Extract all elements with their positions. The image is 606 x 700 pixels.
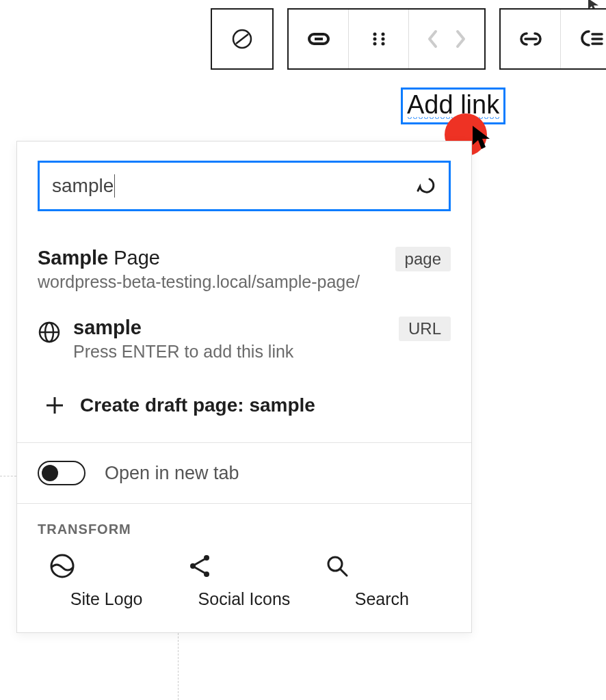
link-result[interactable]: sample Press ENTER to add this link URL (38, 304, 451, 374)
site-logo-icon (49, 552, 165, 580)
link-results: Sample Page wordpress-beta-testing.local… (17, 230, 471, 443)
svg-point-5 (381, 33, 384, 36)
transform-section: TRANSFORM Site Logo Social Icons Search (17, 504, 471, 632)
drag-handle-button[interactable] (349, 10, 409, 68)
nav-link-label: Add link (407, 90, 499, 119)
transform-social-icons[interactable]: Social Icons (186, 552, 302, 609)
svg-point-8 (373, 42, 376, 46)
search-icon (324, 552, 440, 580)
svg-point-9 (381, 42, 384, 46)
layout-guide (0, 476, 16, 476)
submenu-button[interactable] (561, 10, 606, 68)
toolbar-group-nav (287, 8, 486, 70)
block-toolbar (211, 8, 606, 70)
move-left-button[interactable] (427, 29, 439, 49)
toolbar-group-block-type (211, 8, 274, 70)
svg-line-1 (236, 34, 248, 44)
svg-point-4 (373, 33, 376, 36)
insert-link-button[interactable] (501, 10, 561, 68)
result-url: wordpress-beta-testing.local/sample-page… (38, 272, 383, 292)
open-new-tab-toggle[interactable] (38, 461, 85, 485)
svg-point-6 (373, 38, 376, 41)
search-input-value: sample (52, 175, 114, 197)
svg-line-28 (340, 569, 347, 576)
result-type-badge: page (395, 247, 451, 271)
plus-icon (44, 395, 65, 416)
submit-icon[interactable] (416, 176, 436, 196)
transform-search[interactable]: Search (324, 552, 440, 609)
svg-line-25 (195, 559, 205, 565)
transform-site-logo[interactable]: Site Logo (49, 552, 165, 609)
open-new-tab-row: Open in new tab (17, 443, 471, 504)
globe-icon (38, 321, 61, 344)
svg-line-26 (195, 567, 205, 573)
transform-heading: TRANSFORM (38, 522, 451, 537)
move-right-button[interactable] (454, 29, 466, 49)
open-new-tab-label: Open in new tab (105, 463, 239, 484)
result-title: sample (73, 317, 386, 339)
result-type-badge: URL (399, 317, 451, 341)
share-icon (186, 552, 302, 580)
toolbar-group-actions (499, 8, 606, 70)
link-popover: sample Sample Page wordpress-beta-testin… (16, 141, 472, 633)
block-type-button[interactable] (212, 10, 272, 68)
link-button[interactable] (289, 10, 349, 68)
move-buttons (409, 10, 484, 68)
link-result[interactable]: Sample Page wordpress-beta-testing.local… (38, 234, 451, 304)
link-search-field[interactable]: sample (38, 161, 451, 211)
result-title: Sample Page (38, 247, 383, 269)
result-hint: Press ENTER to add this link (73, 342, 386, 362)
create-draft-page[interactable]: Create draft page: sample (38, 374, 451, 419)
svg-point-7 (381, 38, 384, 41)
